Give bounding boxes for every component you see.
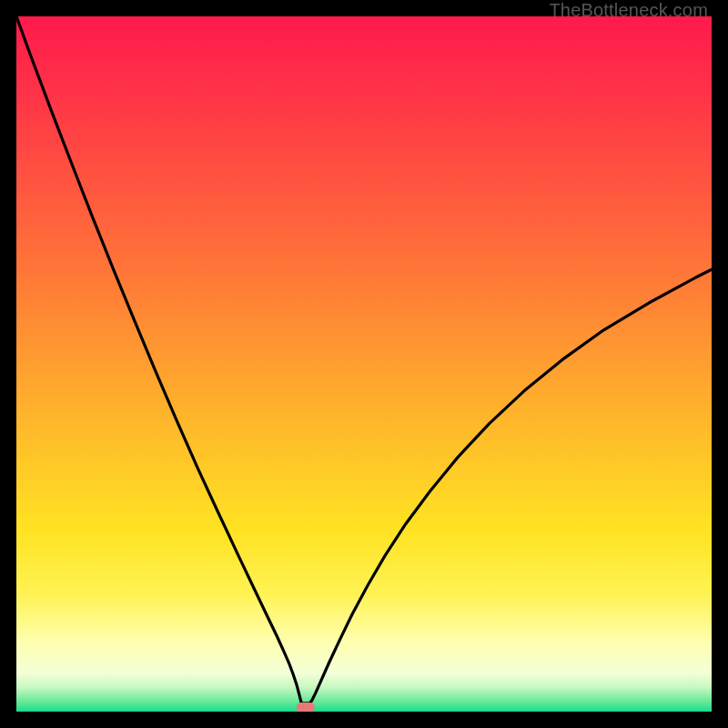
watermark-text: TheBottleneck.com xyxy=(549,0,708,21)
bottleneck-chart xyxy=(16,16,712,712)
bottleneck-marker xyxy=(297,703,315,712)
gradient-background xyxy=(16,16,712,712)
chart-frame xyxy=(16,16,712,712)
